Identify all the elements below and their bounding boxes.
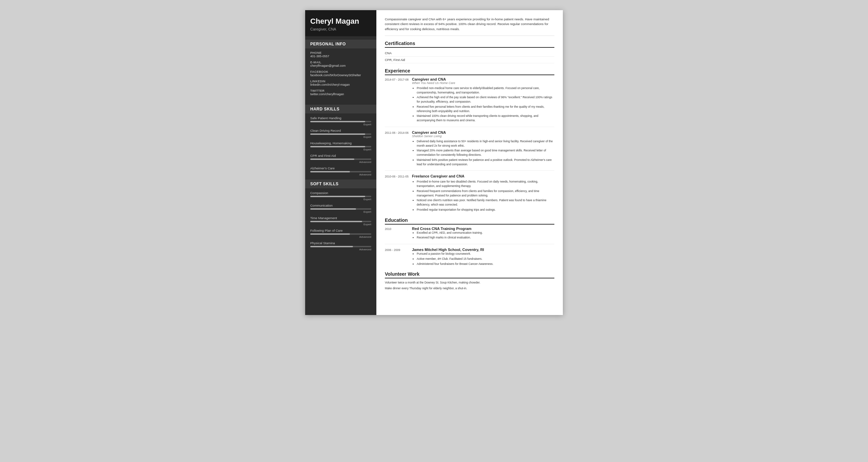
hard-skills-header: Hard Skills: [305, 105, 376, 113]
facebook-label: Facebook: [310, 70, 371, 74]
facebook-info: Facebook facebook.com/5KforDowneyStShelt…: [310, 70, 371, 77]
education-title: Education: [385, 217, 554, 225]
skill-bar-fill: [310, 221, 362, 222]
skill-name: Physical Stamina: [310, 241, 371, 245]
skill-level: Expert: [310, 210, 371, 213]
exp-bullets: Provided non-medical home care service t…: [412, 86, 554, 123]
education-item: 2006 - 2009 James Mitchel High School, C…: [385, 248, 554, 267]
skill-bar-fill: [310, 208, 356, 210]
skill-name: Alzheimer's Care: [310, 166, 371, 170]
skill-name: Following Plan of Care: [310, 229, 371, 232]
exp-content: Caregiver and CNA When You Need Us Home …: [412, 77, 554, 123]
left-column: Cheryl Magan Caregiver, CNA Personal Inf…: [305, 10, 376, 315]
twitter-label: Twitter: [310, 89, 371, 92]
twitter-info: Twitter twitter.com/cherylfmagan: [310, 89, 371, 96]
phone-label: Phone: [310, 51, 371, 55]
exp-title: Freelance Caregiver and CNA: [412, 174, 554, 178]
skill-name: Safe Patient Handling: [310, 116, 371, 120]
candidate-title: Caregiver, CNA: [310, 27, 371, 31]
certs-list: CNACPR, First Aid: [385, 50, 554, 63]
skill-bar-fill: [310, 159, 354, 160]
bullet-item: Provided regular transportation for shop…: [417, 208, 554, 212]
skill-name: Communication: [310, 204, 371, 207]
experience-item: 2010-06 - 2011-05 Freelance Caregiver an…: [385, 174, 554, 212]
skill-bar-bg: [310, 133, 371, 135]
skill-bar-bg: [310, 221, 371, 222]
volunteer-item: Volunteer twice a month at the Downey St…: [385, 280, 554, 285]
edu-bullets: Pursued a passion for biology coursework…: [412, 252, 554, 266]
bullet-item: Maintained 94% positive patient reviews …: [417, 158, 554, 167]
education-section: Education 2010 Red Cross CNA Training Pr…: [385, 217, 554, 267]
skill-bar-fill: [310, 196, 365, 197]
skill-bar-fill: [310, 121, 365, 122]
skill-level: Advanced: [310, 161, 371, 164]
phone-value: 401-385-0557: [310, 55, 371, 58]
hard-skill-item: CPR and First Aid Advanced: [310, 154, 371, 164]
volunteer-title: Volunteer Work: [385, 271, 554, 278]
soft-skill-item: Physical Stamina Advanced: [310, 241, 371, 251]
email-label: E-mail: [310, 61, 371, 64]
exp-company: Sheldon Senior Living: [412, 134, 554, 138]
exp-date: 2014-07 - 2017-08: [385, 77, 412, 123]
edu-bullet: Active member, 4H Club. Facilitated 15 f…: [417, 257, 554, 261]
soft-skill-item: Time Management Expert: [310, 216, 371, 226]
skill-bar-fill: [310, 246, 353, 247]
skill-bar-fill: [310, 146, 365, 147]
resume-container: Cheryl Magan Caregiver, CNA Personal Inf…: [305, 10, 563, 315]
edu-content: Red Cross CNA Training Program Excelled …: [412, 227, 554, 241]
skill-bar-fill: [310, 171, 350, 172]
exp-bullets: Provided in-home care for two disabled c…: [412, 180, 554, 212]
hard-skill-item: Safe Patient Handling Expert: [310, 116, 371, 126]
volunteer-item: Make dinner every Thursday night for eld…: [385, 286, 554, 291]
exp-date: 2011-06 - 2014-06: [385, 130, 412, 167]
edu-bullet: Pursued a passion for biology coursework…: [417, 252, 554, 256]
skill-level: Advanced: [310, 248, 371, 251]
soft-skills-section: Compassion Expert Communication Expert T…: [305, 191, 376, 251]
exp-content: Caregiver and CNA Sheldon Senior Living …: [412, 130, 554, 167]
skill-name: Clean Driving Record: [310, 129, 371, 132]
skill-name: Compassion: [310, 191, 371, 195]
cert-item: CNA: [385, 50, 554, 57]
email-value: cherylfmagan@gmail.com: [310, 64, 371, 67]
skill-name: CPR and First Aid: [310, 154, 371, 158]
skill-name: Time Management: [310, 216, 371, 220]
bullet-item: Received five personal letters from clie…: [417, 105, 554, 113]
education-list: 2010 Red Cross CNA Training Program Exce…: [385, 227, 554, 267]
skill-level: Expert: [310, 135, 371, 139]
personal-info-header: Personal Info: [305, 40, 376, 48]
experience-title: Experience: [385, 68, 554, 75]
exp-bullets: Delivered daily living assistance to 50+…: [412, 139, 554, 167]
skill-bar-bg: [310, 146, 371, 147]
twitter-value: twitter.com/cherylfmagan: [310, 92, 371, 96]
bullet-item: Provided in-home care for two disabled c…: [417, 180, 554, 188]
skill-bar-bg: [310, 208, 371, 210]
bullet-item: Provided non-medical home care service t…: [417, 86, 554, 95]
soft-skill-item: Communication Expert: [310, 204, 371, 213]
facebook-value: facebook.com/5KforDowneyStShelter: [310, 74, 371, 77]
volunteer-section: Volunteer Work Volunteer twice a month a…: [385, 271, 554, 291]
edu-bullets: Excelled at CPR, AED, and communication …: [412, 231, 554, 240]
edu-bullet: Received high marks in clinical evaluati…: [417, 235, 554, 240]
skill-bar-bg: [310, 159, 371, 160]
exp-date: 2010-06 - 2011-05: [385, 174, 412, 212]
experience-list: 2014-07 - 2017-08 Caregiver and CNA When…: [385, 77, 554, 213]
skill-bar-bg: [310, 233, 371, 235]
edu-bullet: Excelled at CPR, AED, and communication …: [417, 231, 554, 235]
candidate-name: Cheryl Magan: [310, 17, 371, 26]
exp-title: Caregiver and CNA: [412, 130, 554, 134]
bullet-item: Delivered daily living assistance to 50+…: [417, 139, 554, 148]
skill-level: Advanced: [310, 235, 371, 238]
skill-level: Expert: [310, 123, 371, 126]
skill-bar-bg: [310, 171, 371, 172]
exp-company: When You Need Us Home Care: [412, 81, 554, 85]
experience-section: Experience 2014-07 - 2017-08 Caregiver a…: [385, 68, 554, 213]
bullet-item: Managed 20% more patients than average b…: [417, 148, 554, 157]
exp-title: Caregiver and CNA: [412, 77, 554, 81]
linkedin-value: linkedin.com/in/cheryl-magan: [310, 83, 371, 86]
experience-item: 2011-06 - 2014-06 Caregiver and CNA Shel…: [385, 130, 554, 171]
skill-bar-bg: [310, 246, 371, 247]
skill-level: Expert: [310, 223, 371, 226]
phone-info: Phone 401-385-0557: [310, 51, 371, 58]
hard-skill-item: Alzheimer's Care Advanced: [310, 166, 371, 176]
skill-bar-fill: [310, 133, 365, 135]
